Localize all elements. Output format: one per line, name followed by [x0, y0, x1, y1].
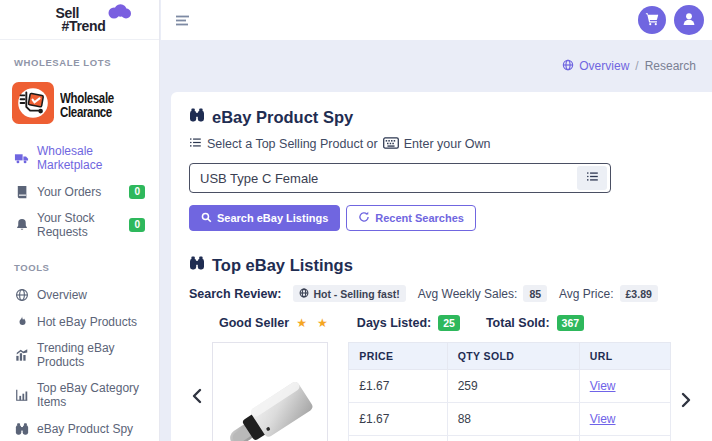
keyboard-icon: [383, 137, 399, 152]
review-status-badge: Hot - Selling fast!: [293, 285, 405, 302]
sidebar-item-your-orders[interactable]: Your Orders 0: [0, 178, 159, 205]
fire-icon: [14, 314, 29, 329]
wholesale-clearance-logo[interactable]: Wholesale Clearance: [0, 76, 159, 138]
review-badge-text: Hot - Selling fast!: [313, 288, 399, 300]
hamburger-menu-icon[interactable]: [175, 14, 190, 27]
avg-weekly-sales-badge: 85: [523, 285, 547, 302]
search-review-row: Search Review: Hot - Selling fast! Avg W…: [189, 285, 694, 302]
breadcrumb-current: Research: [645, 59, 696, 73]
sidebar-item-ebay-product-spy[interactable]: eBay Product Spy: [0, 415, 159, 441]
wholesale-clearance-icon: [12, 82, 54, 128]
top-ebay-listings-title: Top eBay Listings: [189, 255, 694, 275]
seller-rating-stars: ★ ★: [296, 316, 331, 330]
sidebar-item-label: Trending eBay Products: [37, 341, 145, 369]
search-review-label: Search Review:: [189, 287, 281, 301]
total-sold-label: Total Sold:: [486, 316, 550, 330]
listing-carousel: PRICE QTY SOLD URL £1.67 259 View £1.67 …: [189, 342, 694, 441]
col-header-url: URL: [579, 343, 670, 370]
sidebar-tools-nav: Overview Hot eBay Products Trending eBay…: [0, 281, 159, 441]
search-ebay-listings-button[interactable]: Search eBay Listings: [189, 205, 340, 231]
view-listing-link[interactable]: View: [590, 412, 616, 426]
breadcrumb-overview-link[interactable]: Overview: [562, 59, 629, 74]
search-icon: [201, 212, 212, 225]
user-icon: [681, 11, 697, 30]
seller-stats-row: Good Seller ★ ★ Days Listed: 25 Total So…: [189, 315, 694, 331]
good-seller-label: Good Seller: [219, 316, 289, 330]
price-cell: £1.67: [349, 370, 447, 403]
sidebar-item-your-stock-requests[interactable]: Your Stock Requests 0: [0, 205, 159, 245]
cart-button[interactable]: [638, 6, 666, 34]
sidebar-wholesale-nav: Wholesale Marketplace Your Orders 0 Your…: [0, 138, 159, 245]
trending-chart-icon: [14, 348, 29, 363]
action-buttons: Search eBay Listings Recent Searches: [189, 205, 694, 231]
category-chart-icon: [14, 388, 29, 403]
subtitle-enter-text: Enter your Own: [404, 137, 491, 151]
listings-table: PRICE QTY SOLD URL £1.67 259 View £1.67 …: [348, 342, 671, 441]
brand-blob-icon: [107, 4, 132, 21]
total-sold-badge: 367: [557, 315, 585, 331]
sidebar-item-label: eBay Product Spy: [37, 422, 133, 436]
page-title: eBay Product Spy: [189, 107, 694, 127]
breadcrumb: Overview / Research: [161, 40, 712, 92]
top-ebay-listings-title-text: Top eBay Listings: [212, 256, 353, 275]
binoculars-icon: [189, 107, 205, 127]
col-header-qty-sold: QTY SOLD: [447, 343, 579, 370]
globe-icon: [14, 287, 29, 302]
sidebar-item-label: Your Orders: [37, 185, 101, 199]
compass-icon: [562, 59, 574, 74]
avg-price-badge: £3.89: [620, 285, 658, 302]
carousel-next-button[interactable]: [679, 390, 694, 413]
topbar: [161, 0, 712, 40]
binoculars-icon: [189, 255, 205, 275]
sidebar-item-hot-ebay-products[interactable]: Hot eBay Products: [0, 308, 159, 335]
subtitle-select-text: Select a Top Selling Product or: [207, 137, 378, 151]
product-list-button[interactable]: [577, 166, 607, 190]
usb-adapter-image: [218, 365, 322, 441]
product-search-field: [189, 163, 611, 193]
sidebar-item-top-ebay-category-items[interactable]: Top eBay Category Items: [0, 375, 159, 415]
days-listed-badge: 25: [438, 315, 460, 331]
sidebar-item-label: Overview: [37, 288, 87, 302]
sidebar-item-label: Top eBay Category Items: [37, 381, 145, 409]
chevron-right-icon: [681, 392, 692, 411]
orders-count-badge: 0: [129, 185, 145, 199]
view-listing-link[interactable]: View: [590, 379, 616, 393]
avg-weekly-sales-label: Avg Weekly Sales:: [418, 287, 518, 301]
table-header-row: PRICE QTY SOLD URL: [349, 343, 671, 370]
recent-searches-button[interactable]: Recent Searches: [346, 205, 476, 231]
product-image: [212, 342, 328, 441]
sidebar: Sell #Trend WHOLESALE LOTS: [0, 0, 160, 441]
product-search-input[interactable]: [190, 171, 577, 186]
brand-line2: #Trend: [53, 20, 105, 33]
sidebar-item-label: Hot eBay Products: [37, 315, 137, 329]
table-row: £1.67 88 View: [349, 403, 671, 436]
price-cell: £1.67: [349, 403, 447, 436]
page-title-text: eBay Product Spy: [212, 108, 353, 127]
chevron-left-icon: [191, 388, 202, 407]
breadcrumb-overview-label: Overview: [579, 59, 629, 73]
user-profile-button[interactable]: [674, 5, 704, 35]
carousel-prev-button[interactable]: [189, 386, 204, 409]
truck-icon: [14, 151, 29, 166]
ebay-product-spy-card: eBay Product Spy Select a Top Selling Pr…: [171, 92, 712, 441]
sidebar-item-overview[interactable]: Overview: [0, 281, 159, 308]
search-button-label: Search eBay Listings: [217, 212, 328, 224]
tools-section-label: TOOLS: [0, 245, 159, 281]
recent-searches-label: Recent Searches: [375, 212, 464, 224]
sidebar-item-trending-ebay-products[interactable]: Trending eBay Products: [0, 335, 159, 375]
wholesale-logo-text-2: Clearance: [60, 104, 112, 120]
hot-globe-icon: [299, 288, 309, 300]
main-content: Overview / Research eBay Product Spy Sel…: [161, 40, 712, 441]
brand-logo[interactable]: Sell #Trend: [0, 0, 159, 40]
sidebar-item-label: Your Stock Requests: [37, 211, 121, 239]
sidebar-item-wholesale-marketplace[interactable]: Wholesale Marketplace: [0, 138, 159, 178]
qty-sold-cell: 259: [447, 370, 579, 403]
avg-price-label: Avg Price:: [559, 287, 613, 301]
qty-sold-cell: 88: [447, 403, 579, 436]
col-header-price: PRICE: [349, 343, 447, 370]
table-row: [349, 436, 671, 441]
days-listed-label: Days Listed:: [357, 316, 431, 330]
table-row: £1.67 259 View: [349, 370, 671, 403]
bell-icon: [14, 218, 29, 233]
stock-requests-count-badge: 0: [129, 218, 145, 232]
